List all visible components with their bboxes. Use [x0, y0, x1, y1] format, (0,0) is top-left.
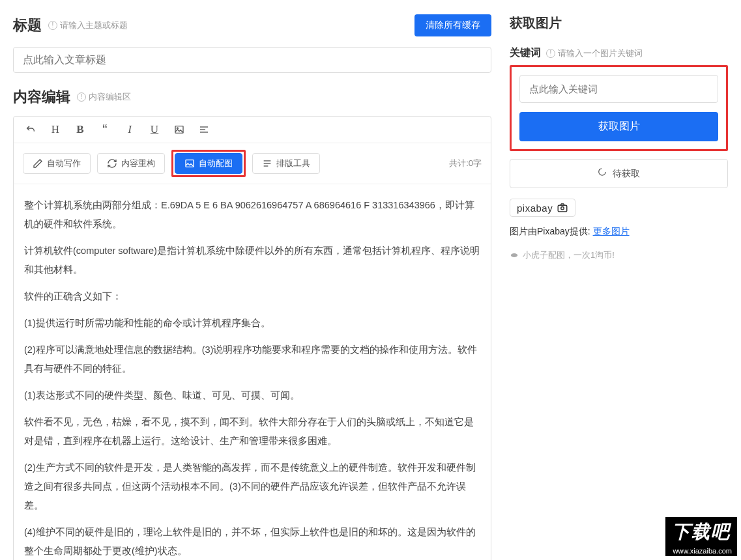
editor-box: H B “ I U 自动写作 — [13, 116, 491, 560]
editor-paragraph: (2)程序可以满意地处理信息的数据结构。(3)说明程序功能要求和程序需要的文档的… — [24, 341, 480, 378]
content-edit-label: 内容编辑 — [13, 87, 70, 107]
editor-paragraph: (4)维护不同的硬件是旧的，理论上软件是旧的，并不坏，但实际上软件也是旧的和坏的… — [24, 523, 480, 560]
editor-paragraph: 软件看不见，无色，枯燥，看不见，摸不到，闻不到。软件大部分存在于人们的头脑或纸上… — [24, 413, 480, 451]
svg-point-12 — [511, 253, 518, 257]
keyword-input[interactable] — [519, 75, 718, 103]
keyword-label: 关键词 — [510, 46, 541, 60]
align-icon[interactable] — [197, 123, 211, 136]
editor-paragraph: 软件的正确含义如下： — [24, 287, 480, 306]
layout-icon — [262, 158, 272, 169]
coin-note: 小虎子配图，一次1淘币! — [510, 249, 728, 261]
svg-point-11 — [561, 207, 564, 210]
auto-write-button[interactable]: 自动写作 — [23, 153, 91, 174]
info-icon: ! — [77, 92, 86, 102]
layout-tool-button[interactable]: 排版工具 — [252, 153, 320, 174]
refresh-icon — [107, 158, 117, 169]
pending-status: 待获取 — [510, 159, 728, 188]
info-icon: ! — [546, 49, 555, 58]
editor-paragraph: (2)生产方式不同的软件是开发，是人类智能的高发挥，而不是传统意义上的硬件制造。… — [24, 458, 480, 515]
camera-icon — [557, 202, 568, 214]
watermark: 下载吧 www.xiazaiba.com — [665, 517, 737, 556]
keyword-hint: ! 请输入一个图片关键词 — [546, 48, 643, 59]
pixabay-badge: pixabay — [510, 199, 575, 217]
title-hint: ! 请输入主题或标题 — [48, 20, 128, 31]
content-hint: ! 内容编辑区 — [77, 91, 131, 103]
heading-icon[interactable]: H — [49, 123, 62, 136]
editor-paragraph: 计算机软件(computer software)是指计算机系统中除硬件以外的所有… — [24, 242, 480, 279]
title-label: 标题 — [13, 16, 42, 35]
more-images-link[interactable]: 更多图片 — [593, 226, 630, 236]
word-count: 共计:0字 — [449, 158, 482, 169]
keyword-highlight-frame: 获取图片 — [510, 65, 728, 151]
italic-icon[interactable]: I — [123, 123, 136, 136]
editor-paragraph: (1)表达形式不同的硬件类型、颜色、味道、可见、可摸、可闻。 — [24, 386, 480, 405]
restructure-button[interactable]: 内容重构 — [97, 153, 165, 174]
quote-icon[interactable]: “ — [98, 123, 111, 136]
main-column: 标题 ! 请输入主题或标题 清除所有缓存 内容编辑 ! 内容编辑区 — [13, 14, 491, 560]
underline-icon[interactable]: U — [148, 123, 161, 136]
undo-icon[interactable] — [24, 123, 37, 136]
bold-icon[interactable]: B — [74, 123, 87, 136]
image-icon[interactable] — [173, 123, 186, 136]
svg-point-9 — [598, 169, 605, 176]
info-icon: ! — [48, 21, 57, 30]
format-toolbar: H B “ I U — [14, 117, 491, 143]
fetch-image-button[interactable]: 获取图片 — [519, 112, 718, 141]
editor-paragraph: (1)提供运行时所需功能和性能的命令或计算机程序集合。 — [24, 314, 480, 333]
title-header: 标题 ! 请输入主题或标题 清除所有缓存 — [13, 14, 491, 36]
loading-icon — [598, 167, 607, 178]
auto-image-button[interactable]: 自动配图 — [175, 153, 242, 174]
article-title-input[interactable] — [13, 47, 491, 73]
action-toolbar: 自动写作 内容重构 自动配图 — [14, 143, 491, 184]
editor-content[interactable]: 整个计算机系统由两部分组成：E.69DA 5 E 6 BA 9062616964… — [14, 184, 491, 560]
auto-image-highlight: 自动配图 — [171, 150, 246, 177]
clear-cache-button[interactable]: 清除所有缓存 — [414, 14, 491, 36]
editor-paragraph: 整个计算机系统由两部分组成：E.69DA 5 E 6 BA 9062616964… — [24, 196, 480, 234]
svg-rect-10 — [558, 205, 567, 212]
coin-icon — [510, 251, 519, 260]
image-panel: 获取图片 关键词 ! 请输入一个图片关键词 获取图片 待获取 pixabay 图… — [510, 14, 728, 560]
image-panel-title: 获取图片 — [510, 14, 728, 32]
svg-point-1 — [177, 128, 178, 129]
provided-by-text: 图片由Pixabay提供: 更多图片 — [510, 226, 728, 238]
pencil-icon — [33, 158, 43, 169]
picture-icon — [184, 158, 195, 169]
